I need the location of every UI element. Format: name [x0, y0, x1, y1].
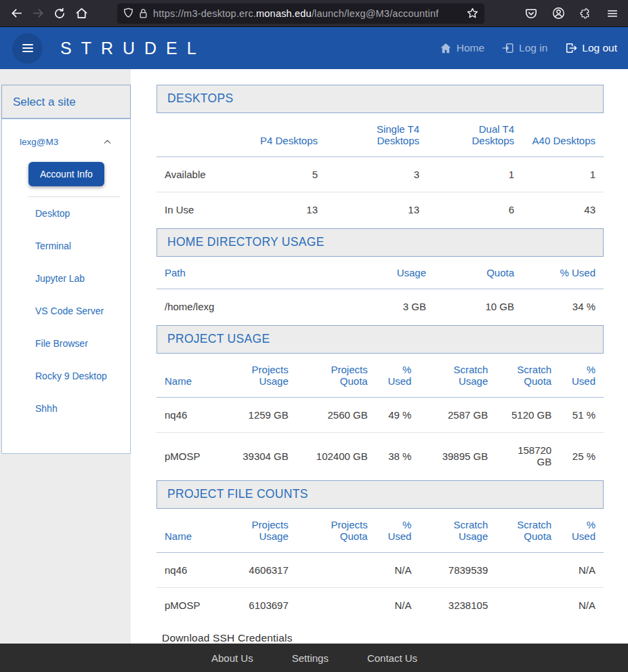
home-directory-section-title: HOME DIRECTORY USAGE [156, 228, 604, 257]
nav-home-link[interactable]: Home [440, 42, 484, 54]
table-header-row: P4 Desktops Single T4 Desktops Dual T4 D… [156, 113, 604, 157]
footer: About Us Settings Contact Us [0, 644, 628, 672]
nav-login-link[interactable]: Log in [502, 42, 547, 54]
padlock-icon[interactable] [139, 8, 148, 19]
sidebar-item-account-info[interactable]: Account Info [28, 162, 104, 186]
browser-toolbar: https://m3-desktop.erc.monash.edu/launch… [0, 0, 628, 27]
table-row: nq46 1259 GB 2560 GB 49 % 2587 GB 5120 G… [156, 398, 604, 433]
column-header: P4 Desktops [251, 113, 326, 157]
app-header: STRUDEL Home Log in Log out [0, 27, 628, 69]
sidebar-title: Select a site [1, 85, 131, 119]
browser-menu-icon[interactable] [605, 3, 620, 24]
nav-logout-link[interactable]: Log out [565, 42, 617, 54]
footer-link-contact-us[interactable]: Contact Us [367, 652, 417, 664]
site-nav-panel: lexg@M3 Account Info Desktop Terminal Ju… [1, 119, 131, 454]
url-text: https://m3-desktop.erc.monash.edu/launch… [153, 8, 463, 19]
reload-icon[interactable] [49, 3, 70, 24]
column-header: % Used [560, 354, 604, 398]
logout-icon [565, 42, 577, 54]
strudel-logo[interactable]: STRUDEL [60, 39, 206, 58]
sidebar-toggle-button[interactable] [12, 33, 43, 64]
project-file-counts-section-title: PROJECT FILE COUNTS [156, 480, 604, 509]
column-header: Projects Quota [297, 354, 376, 398]
table-row: pMOSP 39304 GB 102400 GB 38 % 39895 GB 1… [156, 433, 604, 480]
column-header: Path [156, 257, 346, 289]
login-icon [502, 42, 514, 54]
sidebar-item-rocky-9-desktop[interactable]: Rocky 9 Desktop [2, 360, 130, 392]
sidebar-item-shhh[interactable]: Shhh [2, 392, 130, 425]
home-directory-table: Path Usage Quota % Used /home/lexg 3 GB … [156, 257, 604, 324]
sidebar-item-site[interactable]: lexg@M3 [2, 119, 130, 147]
column-header: % Used [560, 509, 604, 553]
column-header: Single T4 Desktops [326, 113, 427, 157]
table-row: In Use 13 13 6 43 [156, 192, 604, 228]
column-header-blank [156, 113, 251, 157]
sidebar-item-terminal[interactable]: Terminal [2, 230, 130, 262]
chevron-up-icon [102, 137, 112, 147]
desktops-section: DESKTOPS P4 Desktops Single T4 Desktops … [156, 85, 604, 227]
header-nav: Home Log in Log out [440, 42, 617, 54]
table-row: pMOSP 6103697 N/A 3238105 N/A [156, 588, 604, 623]
column-header: % Used [376, 509, 420, 553]
sidebar-item-file-browser[interactable]: File Browser [2, 327, 130, 360]
pocket-icon[interactable] [524, 3, 539, 24]
column-header: Scratch Usage [419, 509, 496, 553]
download-ssh-credentials-link[interactable]: Download SSH Credentials [162, 632, 293, 644]
extensions-puzzle-icon[interactable] [578, 3, 593, 24]
home-directory-section: HOME DIRECTORY USAGE Path Usage Quota % … [156, 228, 604, 324]
table-header-row: Name Projects Usage Projects Quota % Use… [156, 354, 604, 398]
column-header: Dual T4 Desktops [427, 113, 522, 157]
hamburger-icon [20, 41, 35, 56]
footer-link-settings[interactable]: Settings [292, 652, 329, 664]
desktops-table: P4 Desktops Single T4 Desktops Dual T4 D… [156, 113, 604, 227]
account-icon[interactable] [551, 3, 566, 24]
project-file-counts-section: PROJECT FILE COUNTS Name Projects Usage … [156, 480, 604, 623]
column-header: Scratch Usage [419, 354, 496, 398]
table-header-row: Name Projects Usage Projects Quota % Use… [156, 509, 604, 553]
column-header: Quota [434, 257, 522, 289]
project-usage-table: Name Projects Usage Projects Quota % Use… [156, 354, 604, 479]
column-header: Usage [346, 257, 434, 289]
column-header: Name [156, 354, 220, 398]
back-icon[interactable] [5, 3, 27, 24]
sidebar-item-desktop[interactable]: Desktop [2, 197, 130, 230]
forward-icon[interactable] [27, 3, 49, 24]
footer-link-about-us[interactable]: About Us [211, 652, 253, 664]
project-usage-section: PROJECT USAGE Name Projects Usage Projec… [156, 325, 604, 479]
sidebar-item-jupyter-lab[interactable]: Jupyter Lab [2, 262, 130, 295]
column-header: % Used [522, 257, 604, 289]
table-row: nq46 4606317 N/A 7839539 N/A [156, 553, 604, 588]
column-header: A40 Desktops [522, 113, 604, 157]
column-header: Projects Quota [297, 509, 376, 553]
sidebar: Select a site lexg@M3 Account Info Deskt… [0, 69, 131, 644]
page: https://m3-desktop.erc.monash.edu/launch… [0, 0, 628, 672]
table-row: Available 5 3 1 1 [156, 157, 604, 192]
column-header: Scratch Quota [496, 509, 560, 553]
column-header: Projects Usage [220, 354, 297, 398]
toolbar-right-icons [524, 3, 620, 24]
sidebar-item-vs-code-server[interactable]: VS Code Server [2, 295, 130, 327]
desktops-section-title: DESKTOPS [156, 85, 604, 113]
column-header: Scratch Quota [496, 354, 560, 398]
bookmark-star-icon[interactable] [467, 7, 478, 19]
project-usage-section-title: PROJECT USAGE [156, 325, 604, 354]
project-file-counts-table: Name Projects Usage Projects Quota % Use… [156, 509, 604, 623]
main-content: DESKTOPS P4 Desktops Single T4 Desktops … [131, 69, 628, 644]
column-header: % Used [376, 354, 420, 398]
table-row: /home/lexg 3 GB 10 GB 34 % [156, 289, 604, 324]
tracking-shield-icon[interactable] [123, 7, 133, 19]
home-toolbar-icon[interactable] [70, 3, 92, 24]
column-header: Name [156, 509, 220, 553]
url-bar[interactable]: https://m3-desktop.erc.monash.edu/launch… [117, 3, 484, 24]
table-header-row: Path Usage Quota % Used [156, 257, 604, 289]
house-icon [440, 42, 452, 54]
column-header: Projects Usage [220, 509, 297, 553]
